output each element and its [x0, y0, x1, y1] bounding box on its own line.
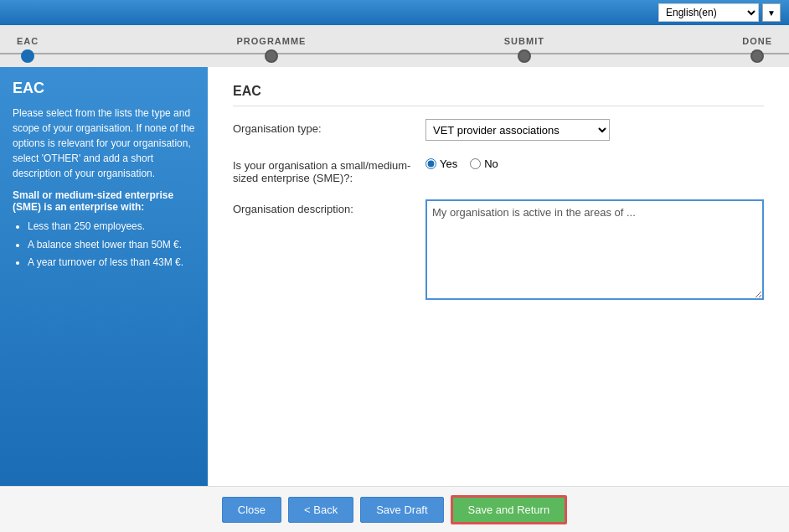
back-button[interactable]: < Back — [288, 497, 353, 523]
sme-yes-radio[interactable] — [425, 158, 436, 169]
sme-item-3: A year turnover of less than 43M €. — [28, 254, 195, 272]
sidebar: EAC Please select from the lists the typ… — [0, 67, 208, 486]
org-type-label: Organisation type: — [233, 119, 425, 135]
main-layout: EAC Please select from the lists the typ… — [0, 67, 789, 486]
sidebar-title: EAC — [13, 80, 195, 97]
progress-bar: EAC PROGRAMME SUBMIT DONE — [0, 25, 789, 67]
content-area: EAC Organisation type: VET provider asso… — [208, 67, 789, 486]
language-selector[interactable]: English(en) ▼ — [658, 3, 781, 22]
step-submit-label: SUBMIT — [504, 36, 544, 46]
step-programme: PROGRAMME — [237, 36, 307, 63]
org-type-row: Organisation type: VET provider associat… — [233, 119, 764, 141]
step-done-label: DONE — [742, 36, 772, 46]
sme-yes-label: Yes — [440, 158, 457, 170]
org-description-textarea[interactable]: My organisation is active in the areas o… — [425, 199, 764, 300]
org-type-select[interactable]: VET provider associations Higher educati… — [425, 119, 610, 141]
step-done-circle — [750, 49, 764, 63]
sme-row: Is your organisation a small/medium-size… — [233, 156, 764, 184]
step-submit-circle — [518, 49, 531, 63]
sidebar-sme-title: Small or medium-sized enterprise (SME) i… — [13, 189, 195, 213]
save-draft-button[interactable]: Save Draft — [360, 497, 443, 523]
save-return-button[interactable]: Save and Return — [451, 495, 568, 524]
top-bar: English(en) ▼ — [0, 0, 789, 25]
step-done: DONE — [742, 36, 772, 63]
sme-item-1: Less than 250 employees. — [28, 218, 195, 236]
sme-control: Yes No — [425, 156, 764, 170]
language-select[interactable]: English(en) — [658, 3, 759, 22]
sme-no-option[interactable]: No — [470, 158, 498, 170]
sme-no-label: No — [484, 158, 498, 170]
org-description-row: Organisation description: My organisatio… — [233, 199, 764, 302]
sme-label: Is your organisation a small/medium-size… — [233, 156, 425, 184]
sme-no-radio[interactable] — [470, 158, 481, 169]
step-programme-label: PROGRAMME — [237, 36, 307, 46]
step-eac-circle — [21, 49, 34, 63]
language-dropdown-button[interactable]: ▼ — [762, 3, 781, 22]
progress-steps: EAC PROGRAMME SUBMIT DONE — [17, 29, 772, 63]
footer: Close < Back Save Draft Save and Return — [0, 486, 789, 532]
org-type-control: VET provider associations Higher educati… — [425, 119, 764, 141]
org-description-control: My organisation is active in the areas o… — [425, 199, 764, 302]
sme-radio-group: Yes No — [425, 156, 764, 170]
step-eac-label: EAC — [17, 36, 39, 46]
org-description-label: Organisation description: — [233, 199, 425, 215]
step-programme-circle — [265, 49, 278, 63]
sme-yes-option[interactable]: Yes — [425, 158, 457, 170]
close-button[interactable]: Close — [222, 497, 281, 523]
sidebar-description: Please select from the lists the type an… — [13, 106, 195, 181]
step-submit: SUBMIT — [504, 36, 544, 63]
step-eac: EAC — [17, 36, 39, 63]
sme-item-2: A balance sheet lower than 50M €. — [28, 236, 195, 255]
content-title: EAC — [233, 84, 764, 106]
sidebar-sme-list: Less than 250 employees. A balance sheet… — [13, 218, 195, 272]
